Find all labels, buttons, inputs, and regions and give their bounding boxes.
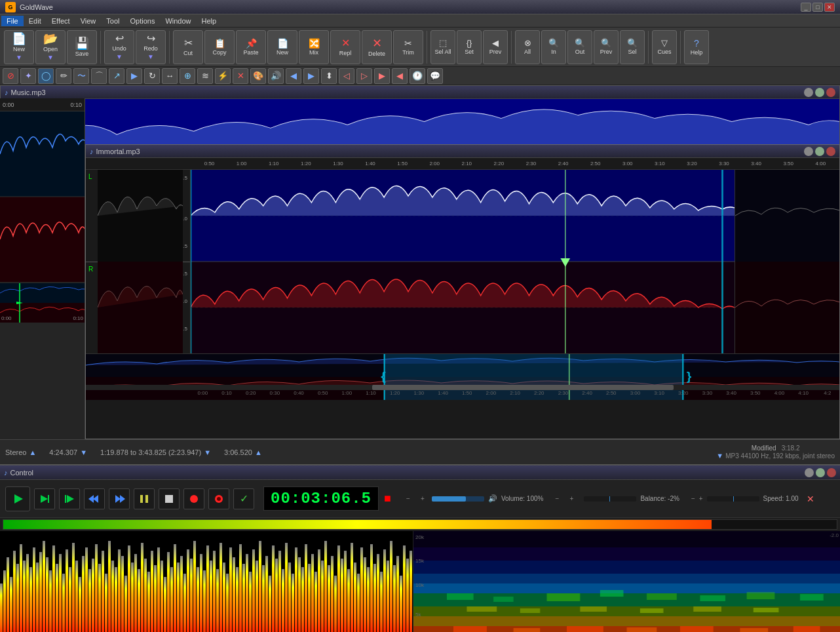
music-close[interactable]: [826, 88, 835, 97]
paste-button[interactable]: 📌 Paste: [236, 30, 266, 64]
undo-dropdown[interactable]: ▼: [116, 53, 123, 60]
right-btn[interactable]: ▶: [126, 68, 142, 84]
h-scrollbar[interactable]: [86, 385, 839, 390]
right2-btn[interactable]: ▶: [303, 68, 319, 84]
bounce-btn[interactable]: ↔: [162, 68, 178, 84]
select-btn[interactable]: ◯: [38, 68, 54, 84]
mark3-btn[interactable]: ▶: [374, 68, 390, 84]
ctrl-close[interactable]: [827, 468, 836, 477]
line-btn[interactable]: ↗: [109, 68, 124, 84]
vol-plus[interactable]: +: [417, 495, 428, 502]
fastforward-button[interactable]: [109, 488, 130, 509]
ctrl-minimize[interactable]: [805, 468, 814, 477]
mix-button[interactable]: 🔀 Mix: [299, 30, 329, 64]
clock-btn[interactable]: 🕐: [410, 68, 425, 84]
immortal-minimize[interactable]: [804, 147, 813, 156]
bal-minus[interactable]: −: [555, 495, 565, 502]
split-btn[interactable]: ⚡: [215, 68, 231, 84]
loop-btn[interactable]: ↻: [144, 68, 160, 84]
maximize-button[interactable]: □: [812, 3, 823, 12]
immortal-overview[interactable]: { } 0:00 0:10 0:20 0:30 0:40 0:50 1:00 1…: [86, 353, 839, 399]
prev-button[interactable]: ◀ Prev: [483, 30, 508, 64]
menu-options[interactable]: Options: [124, 16, 160, 26]
music-minimize[interactable]: [804, 88, 813, 97]
new-button[interactable]: 📄 New ▼: [4, 30, 34, 64]
channels-dropdown[interactable]: ▲: [29, 448, 36, 456]
move-btn[interactable]: ✦: [20, 68, 36, 84]
smooth-btn[interactable]: ⌒: [91, 68, 107, 84]
speed-minus[interactable]: −: [691, 495, 695, 502]
eq-btn[interactable]: ≋: [197, 68, 213, 84]
menu-window[interactable]: Window: [160, 16, 196, 26]
mark1-btn[interactable]: ◁: [339, 68, 354, 84]
selall-button[interactable]: ⬚ Sel All: [430, 30, 455, 64]
comment-btn[interactable]: 💬: [427, 68, 443, 84]
menu-view[interactable]: View: [75, 16, 102, 26]
volume2-btn[interactable]: 🔊: [268, 68, 284, 84]
immortal-restore[interactable]: [815, 147, 824, 156]
pause-button[interactable]: [134, 488, 155, 509]
menu-effect[interactable]: Effect: [47, 16, 75, 26]
music-maximize[interactable]: [815, 88, 824, 97]
save-button[interactable]: 💾 Save: [67, 30, 97, 64]
immortal-close[interactable]: [826, 147, 835, 156]
cursor-dropdown[interactable]: ▲: [255, 448, 262, 456]
mini-overview[interactable]: 0:00 0:10: [0, 283, 85, 323]
menu-file[interactable]: File: [1, 16, 24, 26]
trim-button[interactable]: ✂ Trim: [393, 30, 423, 64]
scrollbar-thumb[interactable]: [372, 385, 674, 390]
vol-minus[interactable]: −: [403, 495, 413, 502]
menu-help[interactable]: Help: [197, 16, 222, 26]
duration-dropdown[interactable]: ▼: [80, 448, 87, 456]
cut-button[interactable]: ✂ Cut: [173, 30, 203, 64]
side-waveform[interactable]: [0, 111, 85, 282]
delete-button[interactable]: ✕ Delete: [362, 30, 392, 64]
play-from-start-button[interactable]: [59, 488, 80, 509]
menu-edit[interactable]: Edit: [24, 16, 47, 26]
undo-button[interactable]: ↩ Undo ▼: [104, 30, 134, 64]
menu-tool[interactable]: Tool: [101, 16, 124, 26]
redo-dropdown[interactable]: ▼: [147, 53, 154, 60]
open-dropdown[interactable]: ▼: [47, 54, 54, 61]
zoomout-button[interactable]: 🔍 Out: [567, 30, 592, 64]
prevzoom-button[interactable]: 🔍 Prev: [594, 30, 619, 64]
zoom-move-btn[interactable]: ⊕: [180, 68, 195, 84]
rewind-button[interactable]: [84, 488, 105, 509]
mark4-btn[interactable]: ◀: [392, 68, 408, 84]
record-button[interactable]: [183, 488, 204, 509]
copy-button[interactable]: 📋 Copy: [204, 30, 235, 64]
help-button[interactable]: ? Help: [684, 30, 709, 64]
confirm-button[interactable]: ✓: [233, 488, 254, 509]
speed-plus[interactable]: +: [699, 495, 703, 502]
open-button[interactable]: 📂 Open ▼: [35, 30, 66, 64]
record-monitor-button[interactable]: [208, 488, 229, 509]
color-btn[interactable]: 🎨: [250, 68, 266, 84]
all-button[interactable]: ⊗ All: [515, 30, 540, 64]
stop-button[interactable]: [159, 488, 180, 509]
ctrl-restore[interactable]: [816, 468, 825, 477]
bal-plus[interactable]: +: [569, 495, 580, 502]
speed-track[interactable]: [707, 496, 759, 502]
balance-track[interactable]: [584, 496, 636, 502]
mark2-btn[interactable]: ▷: [356, 68, 372, 84]
minimize-button[interactable]: _: [801, 3, 811, 12]
volume-track[interactable]: [432, 496, 484, 502]
stop-effect-btn[interactable]: ⊘: [3, 68, 18, 84]
play-to-end-button[interactable]: [34, 488, 55, 509]
redo-button[interactable]: ↪ Redo ▼: [136, 30, 166, 64]
fade-btn[interactable]: ⬍: [321, 68, 337, 84]
wave-btn[interactable]: 〜: [73, 68, 89, 84]
play-button[interactable]: [5, 486, 30, 511]
replace-button[interactable]: ✕ Repl: [330, 30, 360, 64]
cues-button[interactable]: ▽ Cues: [652, 30, 677, 64]
close-x[interactable]: ✕: [807, 494, 814, 504]
cross-btn[interactable]: ✕: [233, 68, 248, 84]
left2-btn[interactable]: ◀: [286, 68, 301, 84]
set-button[interactable]: {} Set: [457, 30, 482, 64]
selection-dropdown[interactable]: ▼: [204, 448, 211, 456]
immortal-waveform[interactable]: [191, 170, 735, 353]
new2-button[interactable]: 📄 New: [267, 30, 297, 64]
pencil-btn[interactable]: ✏: [56, 68, 71, 84]
new-dropdown[interactable]: ▼: [16, 54, 22, 61]
close-button[interactable]: ✕: [824, 3, 835, 12]
